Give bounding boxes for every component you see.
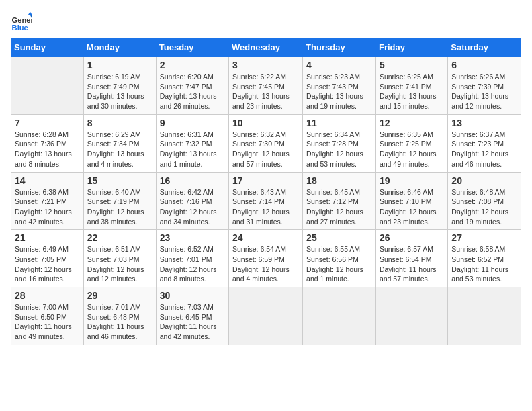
calendar-cell: 2Sunrise: 6:20 AM Sunset: 7:47 PM Daylig… — [156, 57, 228, 115]
calendar-cell — [229, 287, 303, 345]
calendar-cell: 22Sunrise: 6:51 AM Sunset: 7:03 PM Dayli… — [83, 230, 156, 287]
day-info: Sunrise: 6:31 AM Sunset: 7:32 PM Dayligh… — [160, 130, 225, 169]
day-info: Sunrise: 6:19 AM Sunset: 7:49 PM Dayligh… — [87, 72, 152, 111]
calendar-cell: 27Sunrise: 6:58 AM Sunset: 6:52 PM Dayli… — [448, 230, 521, 287]
day-number: 8 — [87, 118, 152, 128]
day-info: Sunrise: 6:23 AM Sunset: 7:43 PM Dayligh… — [306, 72, 372, 111]
calendar-cell: 3Sunrise: 6:22 AM Sunset: 7:45 PM Daylig… — [229, 57, 303, 115]
day-info: Sunrise: 6:58 AM Sunset: 6:52 PM Dayligh… — [451, 244, 517, 284]
day-number: 19 — [380, 175, 444, 186]
logo: General Blue — [11, 11, 32, 32]
calendar-cell: 25Sunrise: 6:55 AM Sunset: 6:56 PM Dayli… — [303, 230, 376, 287]
calendar-cell: 30Sunrise: 7:03 AM Sunset: 6:45 PM Dayli… — [156, 287, 228, 345]
calendar-cell: 1Sunrise: 6:19 AM Sunset: 7:49 PM Daylig… — [83, 57, 156, 115]
calendar-cell — [11, 57, 84, 115]
calendar-cell: 29Sunrise: 7:01 AM Sunset: 6:48 PM Dayli… — [83, 287, 156, 345]
day-info: Sunrise: 6:57 AM Sunset: 6:54 PM Dayligh… — [380, 244, 444, 284]
svg-marker-2 — [28, 12, 32, 15]
day-number: 3 — [232, 60, 299, 71]
day-info: Sunrise: 6:20 AM Sunset: 7:47 PM Dayligh… — [160, 72, 225, 111]
day-info: Sunrise: 6:55 AM Sunset: 6:56 PM Dayligh… — [306, 244, 372, 284]
day-number: 23 — [160, 232, 225, 243]
logo-icon: General Blue — [11, 11, 32, 32]
day-info: Sunrise: 6:26 AM Sunset: 7:39 PM Dayligh… — [451, 72, 517, 111]
day-number: 27 — [451, 232, 517, 243]
day-number: 7 — [15, 118, 80, 128]
day-header-thursday: Thursday — [303, 38, 376, 57]
calendar-cell: 5Sunrise: 6:25 AM Sunset: 7:41 PM Daylig… — [375, 57, 447, 115]
day-info: Sunrise: 6:37 AM Sunset: 7:23 PM Dayligh… — [451, 130, 517, 169]
svg-text:Blue: Blue — [12, 24, 28, 32]
calendar-cell: 6Sunrise: 6:26 AM Sunset: 7:39 PM Daylig… — [448, 57, 521, 115]
day-number: 14 — [15, 175, 80, 186]
day-info: Sunrise: 6:32 AM Sunset: 7:30 PM Dayligh… — [232, 130, 299, 169]
day-number: 15 — [87, 175, 152, 186]
calendar-cell: 7Sunrise: 6:28 AM Sunset: 7:36 PM Daylig… — [11, 114, 84, 172]
calendar-cell — [303, 287, 376, 345]
calendar-cell: 21Sunrise: 6:49 AM Sunset: 7:05 PM Dayli… — [11, 230, 84, 287]
day-info: Sunrise: 7:00 AM Sunset: 6:50 PM Dayligh… — [15, 302, 80, 342]
calendar-cell: 10Sunrise: 6:32 AM Sunset: 7:30 PM Dayli… — [229, 114, 303, 172]
day-number: 25 — [306, 232, 372, 243]
calendar-body: 1Sunrise: 6:19 AM Sunset: 7:49 PM Daylig… — [11, 57, 521, 345]
day-number: 10 — [232, 118, 299, 128]
day-info: Sunrise: 7:01 AM Sunset: 6:48 PM Dayligh… — [87, 302, 152, 342]
day-number: 28 — [15, 290, 80, 301]
calendar-header-row: SundayMondayTuesdayWednesdayThursdayFrid… — [11, 38, 521, 57]
calendar-cell: 18Sunrise: 6:45 AM Sunset: 7:12 PM Dayli… — [303, 172, 376, 230]
calendar-table: SundayMondayTuesdayWednesdayThursdayFrid… — [11, 38, 521, 345]
header: General Blue — [11, 11, 521, 32]
calendar-cell: 19Sunrise: 6:46 AM Sunset: 7:10 PM Dayli… — [375, 172, 447, 230]
day-number: 5 — [380, 60, 444, 71]
day-info: Sunrise: 6:34 AM Sunset: 7:28 PM Dayligh… — [306, 130, 372, 169]
day-info: Sunrise: 6:29 AM Sunset: 7:34 PM Dayligh… — [87, 130, 152, 169]
day-number: 17 — [232, 175, 299, 186]
calendar-cell: 24Sunrise: 6:54 AM Sunset: 6:59 PM Dayli… — [229, 230, 303, 287]
calendar-week-row: 14Sunrise: 6:38 AM Sunset: 7:21 PM Dayli… — [11, 172, 521, 230]
day-info: Sunrise: 6:54 AM Sunset: 6:59 PM Dayligh… — [232, 244, 299, 284]
day-number: 18 — [306, 175, 372, 186]
day-header-friday: Friday — [375, 38, 447, 57]
day-info: Sunrise: 6:43 AM Sunset: 7:14 PM Dayligh… — [232, 187, 299, 227]
day-info: Sunrise: 6:52 AM Sunset: 7:01 PM Dayligh… — [160, 244, 225, 284]
day-header-sunday: Sunday — [11, 38, 84, 57]
calendar-cell: 26Sunrise: 6:57 AM Sunset: 6:54 PM Dayli… — [375, 230, 447, 287]
day-header-tuesday: Tuesday — [156, 38, 228, 57]
day-number: 16 — [160, 175, 225, 186]
calendar-cell: 14Sunrise: 6:38 AM Sunset: 7:21 PM Dayli… — [11, 172, 84, 230]
calendar-cell: 9Sunrise: 6:31 AM Sunset: 7:32 PM Daylig… — [156, 114, 228, 172]
day-number: 30 — [160, 290, 225, 301]
day-number: 4 — [306, 60, 372, 71]
calendar-cell — [375, 287, 447, 345]
calendar-cell — [448, 287, 521, 345]
day-number: 24 — [232, 232, 299, 243]
calendar-week-row: 1Sunrise: 6:19 AM Sunset: 7:49 PM Daylig… — [11, 57, 521, 115]
calendar-week-row: 21Sunrise: 6:49 AM Sunset: 7:05 PM Dayli… — [11, 230, 521, 287]
day-number: 2 — [160, 60, 225, 71]
day-number: 11 — [306, 118, 372, 128]
day-info: Sunrise: 6:25 AM Sunset: 7:41 PM Dayligh… — [380, 72, 444, 111]
day-number: 22 — [87, 232, 152, 243]
day-info: Sunrise: 6:38 AM Sunset: 7:21 PM Dayligh… — [15, 187, 80, 227]
day-info: Sunrise: 6:40 AM Sunset: 7:19 PM Dayligh… — [87, 187, 152, 227]
svg-text:General: General — [12, 16, 32, 24]
day-number: 26 — [380, 232, 444, 243]
day-header-monday: Monday — [83, 38, 156, 57]
day-header-wednesday: Wednesday — [229, 38, 303, 57]
day-info: Sunrise: 6:45 AM Sunset: 7:12 PM Dayligh… — [306, 187, 372, 227]
calendar-cell: 23Sunrise: 6:52 AM Sunset: 7:01 PM Dayli… — [156, 230, 228, 287]
day-number: 6 — [451, 60, 517, 71]
day-info: Sunrise: 6:42 AM Sunset: 7:16 PM Dayligh… — [160, 187, 225, 227]
day-number: 13 — [451, 118, 517, 128]
day-info: Sunrise: 6:22 AM Sunset: 7:45 PM Dayligh… — [232, 72, 299, 111]
calendar-cell: 15Sunrise: 6:40 AM Sunset: 7:19 PM Dayli… — [83, 172, 156, 230]
day-info: Sunrise: 6:48 AM Sunset: 7:08 PM Dayligh… — [451, 187, 517, 227]
calendar-cell: 16Sunrise: 6:42 AM Sunset: 7:16 PM Dayli… — [156, 172, 228, 230]
calendar-cell: 20Sunrise: 6:48 AM Sunset: 7:08 PM Dayli… — [448, 172, 521, 230]
calendar-cell: 4Sunrise: 6:23 AM Sunset: 7:43 PM Daylig… — [303, 57, 376, 115]
day-number: 29 — [87, 290, 152, 301]
calendar-cell: 12Sunrise: 6:35 AM Sunset: 7:25 PM Dayli… — [375, 114, 447, 172]
day-info: Sunrise: 6:51 AM Sunset: 7:03 PM Dayligh… — [87, 244, 152, 284]
day-info: Sunrise: 6:35 AM Sunset: 7:25 PM Dayligh… — [380, 130, 444, 169]
day-header-saturday: Saturday — [448, 38, 521, 57]
